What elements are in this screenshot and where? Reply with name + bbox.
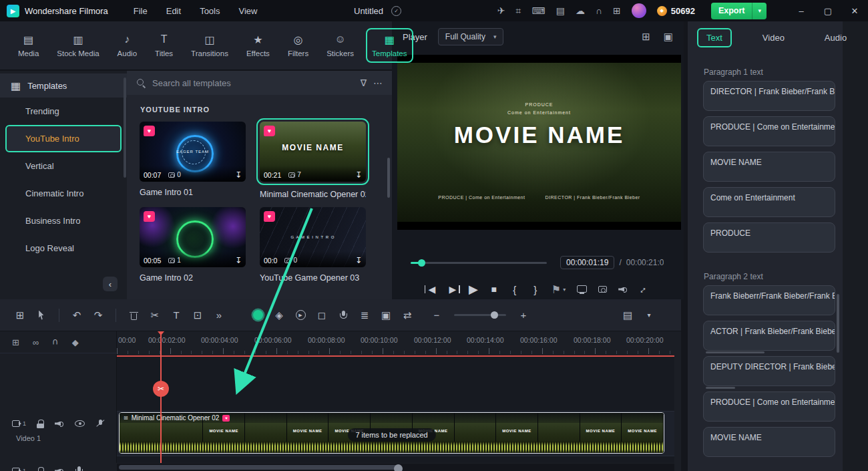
search-bar[interactable]: Search all templates ∇ ⋯: [127, 71, 392, 95]
render-preview-icon[interactable]: ▶: [292, 307, 308, 324]
sidebar-scrollbar[interactable]: [124, 77, 126, 178]
download-icon[interactable]: ↧: [355, 256, 362, 265]
tab-stock-media[interactable]: ▥Stock Media: [51, 28, 105, 63]
panel-scrollbar[interactable]: [837, 294, 839, 353]
select-tool-icon[interactable]: [33, 307, 49, 324]
mark-out-button[interactable]: }: [531, 284, 540, 295]
auto-ripple-icon[interactable]: ⇄: [399, 307, 415, 324]
sidebar-header-templates[interactable]: ▦ Templates: [0, 73, 127, 98]
tab-audio[interactable]: ♪Audio: [112, 28, 143, 63]
text-field-p1-4[interactable]: Come on Entertainment: [703, 187, 835, 217]
close-button[interactable]: ✕: [841, 0, 868, 21]
stop-button[interactable]: ■: [489, 284, 499, 295]
next-frame-button[interactable]: ▶: [448, 284, 457, 295]
text-field-p1-3[interactable]: MOVIE NAME: [703, 152, 835, 182]
mark-in-out-icon[interactable]: ⚑▾: [552, 283, 566, 296]
download-icon[interactable]: ↧: [235, 256, 242, 265]
user-avatar[interactable]: [632, 3, 646, 18]
template-card-minimal-cinematic-opener-02[interactable]: ♥ MOVIE NAME 00:21 7 ↧ Minimal Cinematic…: [260, 122, 366, 199]
layout-grid-icon[interactable]: ⊞: [642, 31, 650, 43]
tab-audio[interactable]: Audio: [815, 28, 856, 47]
timeline-hscrollbar[interactable]: [117, 464, 674, 471]
template-card-youtube-game-opener-03[interactable]: ♥ G A M E I N T R O 00:0 0 ↧ YouTube Gam…: [260, 207, 366, 283]
template-thumbnail[interactable]: ♥ EAGER TEAM 00:07 0 ↧: [140, 122, 246, 182]
fullscreen-icon[interactable]: ↕: [636, 282, 651, 297]
record-track-icon[interactable]: [75, 466, 83, 471]
delete-icon[interactable]: [126, 307, 142, 324]
record-track-icon[interactable]: [95, 419, 105, 428]
timeline-lanes[interactable]: MOVIE NAME MOVIE NAME MOVIE NAME MOVIE N…: [117, 357, 674, 463]
mark-in-button[interactable]: {: [510, 284, 519, 295]
cloud-backup-icon[interactable]: ☁: [576, 5, 585, 16]
tab-effects[interactable]: ★Effects: [240, 28, 276, 63]
sidebar-item-trending[interactable]: Trending: [0, 98, 127, 125]
redo-icon[interactable]: ↷: [90, 307, 106, 324]
hscroll-zoom-knob[interactable]: [394, 464, 403, 471]
tab-text[interactable]: Text: [697, 28, 732, 47]
apps-grid-icon[interactable]: ⊞: [613, 5, 621, 16]
timeline-ruler[interactable]: 00:00 00:00:02:00 00:00:04:00 00:00:06:0…: [117, 331, 674, 354]
template-card-game-intro-01[interactable]: ♥ EAGER TEAM 00:07 0 ↧ Game Intro 01: [140, 122, 246, 199]
tab-media[interactable]: ▤Media: [12, 28, 45, 63]
link-icon[interactable]: ∞: [33, 337, 39, 347]
snapshot-icon[interactable]: [598, 286, 607, 293]
menu-edit[interactable]: Edit: [166, 6, 181, 16]
media-view-icon[interactable]: ⊞: [12, 307, 28, 324]
zoom-handle[interactable]: [491, 311, 498, 319]
library-scrollbar[interactable]: [387, 158, 390, 198]
text-field-p2-5[interactable]: MOVIE NAME: [703, 427, 835, 457]
template-thumbnail[interactable]: ♥ G A M E I N T R O 00:0 0 ↧: [260, 207, 366, 267]
keyframe-track-icon[interactable]: ◆: [72, 337, 79, 347]
sidebar-item-vertical[interactable]: Vertical: [0, 152, 127, 180]
timeline-clip-minimal-cinematic-opener-02[interactable]: MOVIE NAME MOVIE NAME MOVIE NAME MOVIE N…: [119, 412, 664, 454]
lock-track-icon[interactable]: [37, 420, 44, 428]
text-field-p1-1[interactable]: DIRECTOR | Frank Bieber/Frank Biebe: [703, 81, 835, 111]
template-card-game-intro-02[interactable]: ♥ 00:05 1 ↧ Game Intro 02: [140, 207, 246, 283]
playhead-split-icon[interactable]: ✂: [153, 381, 169, 397]
tab-filters[interactable]: ◎Filters: [282, 28, 314, 63]
text-field-p2-4[interactable]: PRODUCE | Come on Entertainment: [703, 391, 835, 422]
display-mode-icon[interactable]: [577, 285, 587, 294]
zoom-in-icon[interactable]: +: [515, 307, 531, 324]
search-input[interactable]: Search all templates: [152, 78, 354, 88]
more-tools-icon[interactable]: »: [211, 307, 227, 324]
points-balance[interactable]: ◆ 50692: [657, 6, 695, 16]
split-icon[interactable]: ✂: [147, 307, 163, 324]
screen-recorder-icon[interactable]: ⌗: [516, 5, 521, 17]
maximize-button[interactable]: ▢: [815, 0, 841, 21]
seek-handle[interactable]: [418, 259, 425, 267]
tab-video[interactable]: Video: [753, 28, 794, 47]
minimize-button[interactable]: –: [788, 0, 815, 21]
speech-to-text-icon[interactable]: ≣: [357, 307, 373, 324]
timeline-zoom-slider[interactable]: [454, 314, 506, 316]
previous-frame-button[interactable]: ◀: [427, 284, 437, 295]
sidebar-item-cinematic-intro[interactable]: Cinematic Intro: [0, 180, 127, 207]
text-field-p1-5[interactable]: PRODUCE: [703, 222, 835, 253]
chroma-key-icon[interactable]: [250, 307, 266, 324]
mute-track-icon[interactable]: [55, 467, 64, 471]
sidebar-item-logo-reveal[interactable]: Logo Reveal: [0, 234, 127, 262]
more-options-icon[interactable]: ⋯: [373, 77, 383, 88]
template-thumbnail[interactable]: ♥ 00:05 1 ↧: [140, 207, 246, 267]
sidebar-item-business-intro[interactable]: Business Intro: [0, 207, 127, 234]
tab-transitions[interactable]: ◫Transitions: [185, 28, 234, 63]
collapse-sidebar-button[interactable]: ‹: [103, 277, 118, 291]
track-view-icon[interactable]: ▤: [620, 307, 636, 324]
mask-icon[interactable]: ◻: [314, 307, 330, 324]
template-thumbnail[interactable]: ♥ MOVIE NAME 00:21 7 ↧: [260, 122, 366, 182]
seek-bar[interactable]: [411, 262, 547, 264]
volume-icon[interactable]: [618, 285, 628, 293]
save-project-icon[interactable]: ▤: [556, 5, 565, 16]
voiceover-icon[interactable]: [335, 307, 351, 324]
text-tool-icon[interactable]: T: [168, 307, 184, 324]
text-field-p1-2[interactable]: PRODUCE | Come on Entertainment: [703, 116, 835, 146]
playhead[interactable]: [160, 331, 162, 463]
manage-tracks-icon[interactable]: ⊞: [12, 337, 19, 347]
sidebar-item-youtube-intro[interactable]: YouTube Intro: [5, 125, 122, 152]
text-field-p2-1[interactable]: Frank Bieberr/Frank Bieber/Frank Bie: [703, 285, 835, 315]
tab-templates[interactable]: ▦Templates: [366, 28, 413, 63]
export-caret-icon[interactable]: ▾: [752, 7, 767, 14]
play-button[interactable]: ▶: [469, 282, 478, 297]
download-icon[interactable]: ↧: [355, 170, 362, 180]
crop-icon[interactable]: ⊡: [190, 307, 206, 324]
